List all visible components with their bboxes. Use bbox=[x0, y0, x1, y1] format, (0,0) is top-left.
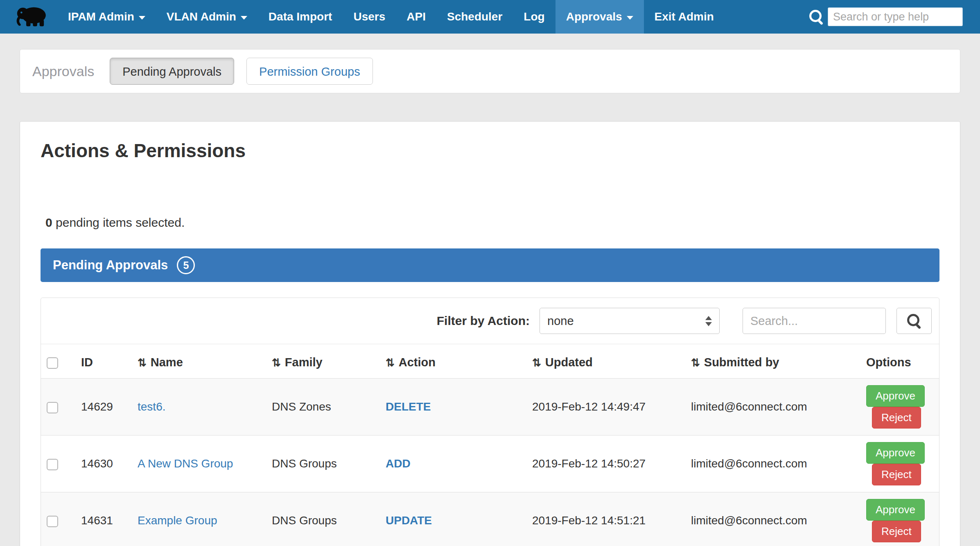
reject-button[interactable]: Reject bbox=[872, 407, 921, 429]
table-toolbar: Filter by Action: none bbox=[41, 298, 939, 344]
provision-logo[interactable] bbox=[0, 0, 57, 34]
search-icon bbox=[907, 314, 921, 328]
tab-permission-groups[interactable]: Permission Groups bbox=[246, 58, 373, 85]
cell-family: DNS Zones bbox=[266, 379, 380, 435]
panel-title: Pending Approvals bbox=[53, 258, 168, 273]
cell-family: DNS Groups bbox=[266, 435, 380, 492]
action-filter-select[interactable]: none bbox=[540, 308, 720, 334]
col-name[interactable]: ⇅Name bbox=[132, 344, 266, 379]
cell-submitted-by: limited@6connect.com bbox=[685, 379, 860, 435]
row-checkbox[interactable] bbox=[47, 516, 58, 527]
cell-updated: 2019-Feb-12 14:49:47 bbox=[526, 379, 685, 435]
cell-action: DELETE bbox=[380, 379, 526, 435]
cell-options: ApproveReject bbox=[860, 379, 939, 435]
top-navbar: IPAM Admin VLAN Admin Data Import Users … bbox=[0, 0, 980, 34]
pending-count-badge: 5 bbox=[177, 256, 195, 274]
cell-options: ApproveReject bbox=[860, 435, 939, 492]
global-search bbox=[809, 0, 980, 34]
row-name-link[interactable]: A New DNS Group bbox=[138, 457, 233, 470]
row-name-link[interactable]: test6. bbox=[138, 400, 165, 413]
selected-filter-value: none bbox=[547, 314, 574, 328]
approve-button[interactable]: Approve bbox=[866, 442, 925, 464]
nav-log[interactable]: Log bbox=[513, 0, 555, 34]
approve-button[interactable]: Approve bbox=[866, 499, 925, 521]
cell-id: 14630 bbox=[75, 435, 132, 492]
selected-count: 0 bbox=[45, 216, 52, 229]
section-title: Actions & Permissions bbox=[41, 140, 939, 162]
reject-button[interactable]: Reject bbox=[872, 521, 921, 542]
row-name-link[interactable]: Example Group bbox=[138, 514, 217, 527]
caret-down-icon bbox=[241, 16, 247, 20]
cell-submitted-by: limited@6connect.com bbox=[685, 435, 860, 492]
col-family[interactable]: ⇅Family bbox=[266, 344, 380, 379]
cell-action: ADD bbox=[380, 435, 526, 492]
col-action[interactable]: ⇅Action bbox=[380, 344, 526, 379]
filter-by-action-label: Filter by Action: bbox=[437, 314, 530, 328]
sort-icon: ⇅ bbox=[138, 356, 147, 369]
caret-down-icon bbox=[627, 16, 633, 20]
pending-approvals-panel-heading: Pending Approvals 5 bbox=[41, 248, 939, 282]
table-header-row: ID ⇅Name ⇅Family ⇅Action ⇅Updated ⇅Submi… bbox=[41, 344, 939, 379]
nav-ipam-admin[interactable]: IPAM Admin bbox=[57, 0, 156, 34]
elephant-icon bbox=[14, 5, 50, 28]
row-checkbox[interactable] bbox=[47, 402, 58, 413]
nav-scheduler[interactable]: Scheduler bbox=[436, 0, 513, 34]
cell-updated: 2019-Feb-12 14:50:27 bbox=[526, 435, 685, 492]
nav-vlan-admin[interactable]: VLAN Admin bbox=[156, 0, 258, 34]
pending-approvals-panel: Filter by Action: none ID bbox=[41, 298, 939, 546]
actions-permissions-card: Actions & Permissions 0 pending items se… bbox=[20, 121, 960, 546]
reject-button[interactable]: Reject bbox=[872, 464, 921, 485]
selected-count-text: 0 pending items selected. bbox=[45, 216, 939, 230]
col-id: ID bbox=[75, 344, 132, 379]
page-title: Approvals bbox=[32, 63, 94, 79]
nav-api[interactable]: API bbox=[396, 0, 436, 34]
col-submitted-by[interactable]: ⇅Submitted by bbox=[685, 344, 860, 379]
cell-id: 14631 bbox=[75, 492, 132, 546]
table-row: 14629 test6. DNS Zones DELETE 2019-Feb-1… bbox=[41, 379, 939, 435]
sort-icon: ⇅ bbox=[386, 356, 395, 369]
sort-icon: ⇅ bbox=[532, 356, 541, 369]
cell-id: 14629 bbox=[75, 379, 132, 435]
caret-down-icon bbox=[139, 16, 145, 20]
select-all-checkbox[interactable] bbox=[47, 357, 58, 369]
search-icon[interactable] bbox=[809, 9, 824, 24]
table-row: 14630 A New DNS Group DNS Groups ADD 201… bbox=[41, 435, 939, 492]
approvals-subheader: Approvals Pending Approvals Permission G… bbox=[20, 49, 960, 93]
tab-pending-approvals[interactable]: Pending Approvals bbox=[110, 58, 234, 85]
row-checkbox[interactable] bbox=[47, 459, 58, 470]
table-row: 14631 Example Group DNS Groups UPDATE 20… bbox=[41, 492, 939, 546]
cell-updated: 2019-Feb-12 14:51:21 bbox=[526, 492, 685, 546]
nav-users[interactable]: Users bbox=[343, 0, 396, 34]
table-search-button[interactable] bbox=[896, 308, 932, 334]
pending-approvals-table: ID ⇅Name ⇅Family ⇅Action ⇅Updated ⇅Submi… bbox=[41, 344, 939, 546]
main-nav: IPAM Admin VLAN Admin Data Import Users … bbox=[57, 0, 725, 34]
nav-exit-admin[interactable]: Exit Admin bbox=[644, 0, 725, 34]
col-options: Options bbox=[860, 344, 939, 379]
sort-icon: ⇅ bbox=[272, 356, 281, 369]
table-search-input[interactable] bbox=[743, 308, 886, 334]
cell-action: UPDATE bbox=[380, 492, 526, 546]
global-search-input[interactable] bbox=[828, 7, 963, 26]
nav-approvals[interactable]: Approvals bbox=[555, 0, 644, 34]
cell-family: DNS Groups bbox=[266, 492, 380, 546]
select-all-cell bbox=[41, 344, 75, 379]
approve-button[interactable]: Approve bbox=[866, 385, 925, 407]
sort-icon: ⇅ bbox=[691, 356, 700, 369]
nav-data-import[interactable]: Data Import bbox=[258, 0, 343, 34]
col-updated[interactable]: ⇅Updated bbox=[526, 344, 685, 379]
cell-options: ApproveReject bbox=[860, 492, 939, 546]
select-arrows-icon bbox=[705, 316, 712, 326]
cell-submitted-by: limited@6connect.com bbox=[685, 492, 860, 546]
